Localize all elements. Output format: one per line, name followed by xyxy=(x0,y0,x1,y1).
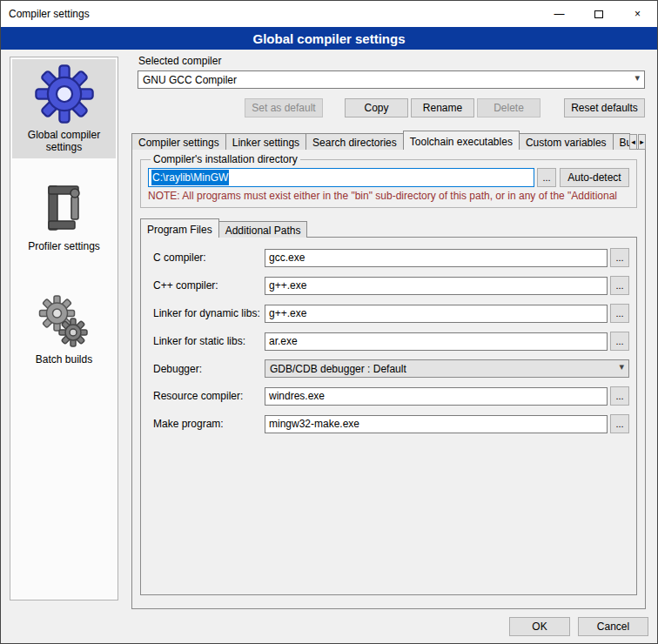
sidebar: Global compiler settings Profiler settin… xyxy=(10,57,118,600)
sidebar-item-label: Batch builds xyxy=(14,353,114,366)
maximize-button[interactable] xyxy=(579,1,618,27)
tab-scroll-right-button[interactable]: ▸ xyxy=(638,134,646,150)
executables-subtabs: Program Files Additional Paths xyxy=(140,218,637,238)
program-files-panel: C compiler: ... C++ compiler: ... Linker… xyxy=(140,237,637,595)
debugger-select[interactable]: GDB/CDB debugger : Default ▾ xyxy=(265,359,629,378)
sidebar-item-profiler-settings[interactable]: Profiler settings xyxy=(12,178,116,258)
subtab-additional-paths[interactable]: Additional Paths xyxy=(218,221,308,238)
field-row-cpp-compiler: C++ compiler: ... xyxy=(153,276,629,295)
window-title: Compiler settings xyxy=(9,8,540,20)
field-row-debugger: Debugger: GDB/CDB debugger : Default ▾ xyxy=(153,359,629,378)
delete-button[interactable]: Delete xyxy=(477,98,540,117)
rename-button[interactable]: Rename xyxy=(411,98,474,117)
field-row-dynamic-linker: Linker for dynamic libs: ... xyxy=(153,304,629,323)
cancel-button[interactable]: Cancel xyxy=(578,617,648,636)
compiler-select-value: GNU GCC Compiler xyxy=(143,74,237,86)
browse-directory-button[interactable]: ... xyxy=(537,168,556,187)
field-row-make-program: Make program: ... xyxy=(153,414,629,433)
field-label: Linker for dynamic libs: xyxy=(153,307,265,319)
reset-defaults-button[interactable]: Reset defaults xyxy=(564,98,645,117)
tab-compiler-settings[interactable]: Compiler settings xyxy=(131,133,226,150)
compiler-actions: Set as default Copy Rename Delete Reset … xyxy=(138,98,645,117)
arrow-left-icon: ◂ xyxy=(631,138,635,146)
titlebar: Compiler settings — × xyxy=(1,1,657,27)
field-label: C++ compiler: xyxy=(153,279,265,292)
copy-button[interactable]: Copy xyxy=(345,98,408,117)
chevron-down-icon: ▾ xyxy=(634,72,640,84)
field-label: Linker for static libs: xyxy=(153,335,265,347)
settings-tabs: Compiler settings Linker settings Search… xyxy=(131,131,646,150)
tab-search-directories[interactable]: Search directories xyxy=(306,133,404,150)
installation-directory-row: C:\raylib\MinGW ... Auto-detect xyxy=(148,168,629,187)
browse-dynamic-linker-button[interactable]: ... xyxy=(610,304,629,323)
field-label: C compiler: xyxy=(153,252,265,264)
tab-toolchain-executables[interactable]: Toolchain executables xyxy=(403,131,520,150)
minimize-button[interactable]: — xyxy=(540,1,579,27)
sidebar-item-global-compiler-settings[interactable]: Global compiler settings xyxy=(12,59,116,158)
browse-resource-compiler-button[interactable]: ... xyxy=(610,386,629,406)
cpp-compiler-input[interactable] xyxy=(265,277,608,295)
note-text: NOTE: All programs must exist either in … xyxy=(148,190,629,202)
compiler-select[interactable]: GNU GCC Compiler ▾ xyxy=(138,70,645,89)
gear-icon xyxy=(14,63,114,125)
installation-directory-value: C:\raylib\MinGW xyxy=(151,170,229,185)
sidebar-item-label: Global compiler settings xyxy=(14,129,114,153)
make-program-input[interactable] xyxy=(265,415,608,433)
static-linker-input[interactable] xyxy=(265,332,608,351)
chevron-down-icon: ▾ xyxy=(619,361,624,372)
toolchain-executables-panel: Compiler's installation directory C:\ray… xyxy=(131,149,646,609)
field-label: Resource compiler: xyxy=(153,390,265,402)
tab-custom-variables[interactable]: Custom variables xyxy=(519,133,614,150)
tab-build-options-truncated[interactable]: Buil xyxy=(613,133,631,150)
selected-compiler-label: Selected compiler xyxy=(138,55,650,67)
c-compiler-input[interactable] xyxy=(265,249,608,267)
ok-button[interactable]: OK xyxy=(509,617,570,636)
tab-scroll-left-button[interactable]: ◂ xyxy=(629,134,637,150)
batch-gears-icon xyxy=(14,294,114,350)
dialog-footer: OK Cancel xyxy=(509,617,648,636)
browse-static-linker-button[interactable]: ... xyxy=(610,332,629,351)
field-label: Make program: xyxy=(153,418,265,430)
subtab-program-files[interactable]: Program Files xyxy=(140,218,219,238)
sidebar-item-label: Profiler settings xyxy=(14,240,114,252)
installation-directory-label: Compiler's installation directory xyxy=(151,153,300,165)
sidebar-item-batch-builds[interactable]: Batch builds xyxy=(12,291,116,371)
dynamic-linker-input[interactable] xyxy=(265,305,608,323)
installation-directory-input[interactable]: C:\raylib\MinGW xyxy=(148,168,534,187)
maximize-icon xyxy=(594,10,603,18)
auto-detect-button[interactable]: Auto-detect xyxy=(560,168,629,187)
browse-c-compiler-button[interactable]: ... xyxy=(610,248,629,267)
set-as-default-button[interactable]: Set as default xyxy=(245,98,323,117)
compiler-settings-window: Compiler settings — × Global compiler se… xyxy=(0,0,658,644)
debugger-select-value: GDB/CDB debugger : Default xyxy=(270,363,406,375)
tab-linker-settings[interactable]: Linker settings xyxy=(225,133,306,150)
profiler-tool-icon xyxy=(14,181,114,237)
minimize-icon: — xyxy=(554,8,565,20)
caption-buttons: — × xyxy=(540,1,657,27)
resource-compiler-input[interactable] xyxy=(265,387,608,406)
browse-make-program-button[interactable]: ... xyxy=(610,414,629,433)
installation-directory-group: Compiler's installation directory C:\ray… xyxy=(140,153,637,208)
field-row-c-compiler: C compiler: ... xyxy=(153,248,629,267)
browse-cpp-compiler-button[interactable]: ... xyxy=(610,276,629,295)
page-title: Global compiler settings xyxy=(1,27,657,50)
arrow-right-icon: ▸ xyxy=(640,138,644,146)
field-row-static-linker: Linker for static libs: ... xyxy=(153,332,629,351)
field-row-resource-compiler: Resource compiler: ... xyxy=(153,386,629,406)
field-label: Debugger: xyxy=(153,363,265,375)
close-button[interactable]: × xyxy=(618,1,657,27)
main-panel: Selected compiler GNU GCC Compiler ▾ Set… xyxy=(127,53,650,612)
close-icon: × xyxy=(634,8,641,20)
